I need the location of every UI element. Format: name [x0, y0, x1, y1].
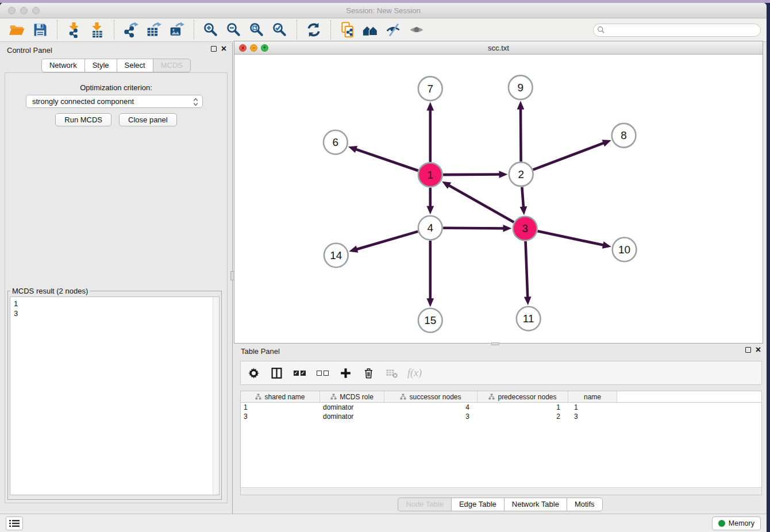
- cell-predecessor-nodes[interactable]: 2: [478, 413, 568, 421]
- import-network-icon[interactable]: [65, 21, 83, 39]
- cell-predecessor-nodes[interactable]: 1: [478, 403, 568, 411]
- tab-select[interactable]: Select: [117, 59, 153, 72]
- svg-text:9: 9: [518, 82, 524, 94]
- cell-name[interactable]: 1: [568, 403, 617, 411]
- close-table-panel-icon[interactable]: ×: [756, 347, 761, 353]
- result-scrollbar[interactable]: [213, 297, 219, 495]
- float-table-panel-icon[interactable]: [745, 347, 751, 353]
- select-all-columns-icon[interactable]: ✓✓: [292, 366, 306, 380]
- svg-text:6: 6: [333, 136, 339, 148]
- graph-node-1[interactable]: 1: [418, 163, 442, 187]
- column-header-name[interactable]: name: [568, 391, 617, 402]
- graph-edge-arrow: [520, 206, 528, 215]
- horizontal-splitter-grip[interactable]: [491, 342, 499, 345]
- copy-network-icon[interactable]: [338, 21, 357, 39]
- graph-node-4[interactable]: 4: [418, 216, 442, 240]
- tab-network[interactable]: Network: [41, 59, 85, 72]
- column-header-predecessor-nodes[interactable]: predecessor nodes: [478, 391, 568, 402]
- graph-node-2[interactable]: 2: [509, 162, 533, 186]
- add-column-icon[interactable]: [338, 366, 352, 380]
- function-builder-icon[interactable]: f(x): [407, 367, 422, 379]
- tab-edge-table[interactable]: Edge Table: [451, 498, 505, 511]
- import-table-icon[interactable]: [88, 21, 106, 39]
- save-session-icon[interactable]: [31, 21, 49, 39]
- window-titlebar[interactable]: Session: New Session: [0, 3, 767, 18]
- tab-network-table[interactable]: Network Table: [504, 498, 567, 511]
- export-network-icon[interactable]: [122, 21, 140, 39]
- graph-node-3[interactable]: 3: [513, 217, 537, 241]
- column-header-shared-name[interactable]: shared name: [241, 391, 320, 402]
- cell-MCDS-role[interactable]: dominator: [320, 413, 384, 421]
- cell-MCDS-role[interactable]: dominator: [320, 403, 384, 411]
- deselect-all-columns-icon[interactable]: ✓✓: [315, 366, 329, 380]
- table-toolbar: ✓✓✓✓f(x): [240, 361, 762, 385]
- tab-mcds[interactable]: MCDS: [153, 59, 191, 72]
- graph-edge-2-8[interactable]: [533, 142, 605, 169]
- graph-edge-3-11[interactable]: [526, 241, 528, 298]
- close-panel-icon[interactable]: ×: [221, 46, 226, 52]
- graph-node-9[interactable]: 9: [509, 75, 533, 99]
- graph-edge-2-9[interactable]: [521, 108, 521, 161]
- table-row[interactable]: 1dominator411: [241, 403, 761, 412]
- search-input[interactable]: [593, 24, 761, 37]
- cell-name[interactable]: 3: [568, 413, 617, 421]
- network-graph[interactable]: 7968124314101511: [234, 55, 763, 343]
- gear-icon[interactable]: [247, 366, 260, 380]
- delete-table-icon[interactable]: [384, 366, 398, 380]
- export-table-icon[interactable]: [145, 21, 163, 39]
- zoom-in-icon[interactable]: [202, 21, 220, 39]
- open-session-icon[interactable]: [8, 21, 26, 39]
- graph-node-14[interactable]: 14: [324, 243, 348, 267]
- column-header-MCDS-role[interactable]: MCDS role: [320, 391, 384, 402]
- float-panel-icon[interactable]: [211, 46, 217, 52]
- run-mcds-button[interactable]: Run MCDS: [55, 113, 111, 126]
- network-window-titlebar[interactable]: x – + scc.txt: [234, 41, 763, 55]
- close-panel-button[interactable]: Close panel: [119, 113, 177, 126]
- show-graphics-icon[interactable]: [407, 21, 426, 39]
- graph-node-10[interactable]: 10: [613, 238, 637, 262]
- tab-style[interactable]: Style: [84, 59, 117, 72]
- task-history-button[interactable]: [6, 516, 23, 530]
- zoom-out-icon[interactable]: [225, 21, 243, 39]
- column-header-successor-nodes[interactable]: successor nodes: [384, 391, 478, 402]
- cell-successor-nodes[interactable]: 3: [384, 413, 478, 421]
- refresh-layout-icon[interactable]: [305, 21, 323, 39]
- memory-label: Memory: [729, 519, 754, 527]
- graph-edge-3-1[interactable]: [448, 185, 514, 222]
- delete-column-icon[interactable]: [361, 366, 375, 380]
- tab-node-table[interactable]: Node Table: [398, 498, 452, 511]
- optimization-criterion-select[interactable]: strongly connected component: [26, 95, 203, 108]
- graph-edge-1-6[interactable]: [355, 149, 418, 171]
- graph-edge-1-2[interactable]: [443, 175, 500, 175]
- export-image-icon[interactable]: [168, 21, 186, 39]
- graph-edge-3-10[interactable]: [538, 231, 605, 245]
- graph-node-6[interactable]: 6: [324, 130, 348, 155]
- graph-edge-2-3[interactable]: [522, 187, 523, 209]
- graph-node-7[interactable]: 7: [418, 76, 442, 101]
- table-row[interactable]: 3dominator323: [241, 412, 761, 421]
- network-canvas[interactable]: 7968124314101511: [234, 55, 763, 344]
- graph-edge-4-3[interactable]: [443, 228, 505, 229]
- optimization-criterion-label: Optimization criterion:: [5, 83, 227, 92]
- zoom-selected-icon[interactable]: [271, 21, 289, 39]
- window-title: Session: New Session: [0, 6, 767, 15]
- memory-button[interactable]: Memory: [712, 516, 761, 530]
- graph-edge-arrow: [524, 296, 532, 305]
- graph-edge-arrow: [348, 146, 357, 153]
- table-horizontal-scrollbar[interactable]: [241, 487, 761, 495]
- cell-shared-name[interactable]: 1: [241, 403, 320, 411]
- tab-motifs[interactable]: Motifs: [567, 498, 603, 511]
- zoom-fit-icon[interactable]: [248, 21, 266, 39]
- mcds-result-text[interactable]: 1 3: [10, 296, 220, 495]
- cell-successor-nodes[interactable]: 4: [384, 403, 478, 411]
- split-columns-icon[interactable]: [270, 366, 283, 380]
- graph-edge-4-14[interactable]: [356, 232, 418, 250]
- cell-shared-name[interactable]: 3: [241, 413, 320, 421]
- graph-node-8[interactable]: 8: [612, 124, 636, 148]
- graph-node-11[interactable]: 11: [517, 307, 541, 331]
- hide-graphics-icon[interactable]: [384, 21, 403, 39]
- right-column: x – + scc.txt 7968124314101511 Table Pan…: [234, 43, 767, 514]
- home-icon[interactable]: [361, 21, 380, 39]
- graph-node-15[interactable]: 15: [418, 309, 442, 333]
- graph-edge-arrow: [602, 241, 611, 248]
